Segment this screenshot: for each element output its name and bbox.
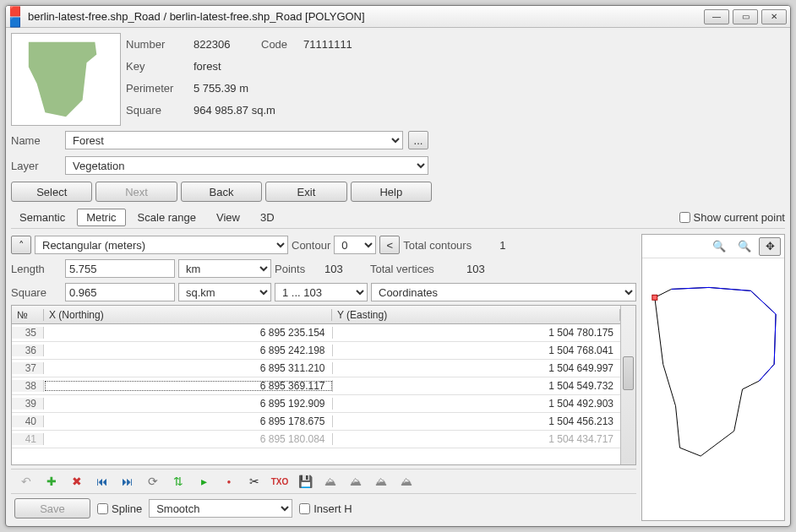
minimize-button[interactable]: — — [704, 9, 729, 24]
col-y[interactable]: Y (Easting) — [332, 309, 620, 321]
cell-x[interactable]: 6 895 180.084 — [44, 433, 333, 445]
table-row[interactable]: 416 895 180.0841 504 434.717 — [12, 431, 620, 448]
table-row[interactable]: 356 895 235.1541 504 780.175 — [12, 324, 620, 342]
cell-x[interactable]: 6 895 178.675 — [44, 415, 333, 427]
cell-y[interactable]: 1 504 768.041 — [333, 345, 621, 356]
cut-icon[interactable]: ✂ — [246, 473, 263, 490]
level2-icon[interactable]: ⛰ — [347, 473, 364, 490]
perimeter-label: Perimeter — [126, 82, 194, 95]
cell-x[interactable]: 6 895 192.909 — [44, 398, 333, 410]
zoom-out-icon[interactable]: 🔍 — [733, 237, 755, 256]
save-icon[interactable]: 💾 — [297, 473, 313, 490]
shape-thumbnail — [11, 33, 121, 126]
col-num[interactable]: № — [12, 309, 44, 321]
contour-select[interactable]: 0 — [334, 236, 376, 254]
undo-icon[interactable]: ↶ — [18, 473, 35, 490]
cell-x[interactable]: 6 895 311.210 — [44, 362, 333, 374]
cell-x[interactable]: 6 895 369.117 — [44, 380, 333, 392]
layer-label: Layer — [11, 160, 60, 172]
perimeter-value: 5 755.39 m — [194, 82, 248, 95]
reload-icon[interactable]: ⟳ — [144, 473, 161, 490]
coordinates-table[interactable]: № X (Northing) Y (Easting) 356 895 235.1… — [12, 306, 620, 464]
table-row[interactable]: 396 895 192.9091 504 492.903 — [12, 395, 620, 413]
tab-metric[interactable]: Metric — [77, 209, 125, 226]
cell-num: 40 — [12, 415, 44, 427]
preview-canvas[interactable] — [642, 258, 784, 520]
name-select[interactable]: Forest — [65, 131, 403, 149]
name-browse-button[interactable]: ... — [408, 131, 428, 149]
contour-label: Contour — [292, 239, 330, 252]
close-button[interactable]: ✕ — [761, 9, 787, 24]
window-title: berlin-latest-free.shp_Road / berlin-lat… — [28, 10, 704, 23]
col-x[interactable]: X (Northing) — [44, 309, 332, 321]
pan-icon[interactable]: ✥ — [759, 237, 781, 256]
length-unit-select[interactable]: km — [178, 259, 271, 278]
first-icon[interactable]: ⏮ — [94, 473, 111, 490]
smooth-select[interactable]: Smootch — [149, 499, 292, 518]
delete-point-icon[interactable]: ✖ — [68, 473, 85, 490]
back-button[interactable]: Back — [181, 182, 262, 202]
add-point-icon[interactable]: ✚ — [43, 473, 60, 490]
help-button[interactable]: Help — [351, 182, 432, 202]
collapse-button[interactable]: ˄ — [11, 236, 31, 254]
exit-button[interactable]: Exit — [265, 182, 346, 202]
cell-y[interactable]: 1 504 492.903 — [333, 398, 621, 410]
table-row[interactable]: 386 895 369.1171 504 549.732 — [12, 377, 620, 395]
table-row[interactable]: 406 895 178.6751 504 456.213 — [12, 413, 620, 431]
cell-y[interactable]: 1 504 549.732 — [333, 380, 621, 392]
level4-icon[interactable]: ⛰ — [398, 473, 415, 490]
square-label: Square — [126, 104, 194, 117]
tab-view[interactable]: View — [208, 209, 248, 225]
cell-x[interactable]: 6 895 235.154 — [44, 327, 333, 339]
square-unit-select[interactable]: sq.km — [178, 283, 271, 301]
length-input[interactable] — [65, 259, 175, 278]
play-icon[interactable]: ▸ — [195, 473, 212, 490]
level3-icon[interactable]: ⛰ — [373, 473, 390, 490]
select-button[interactable]: Select — [11, 182, 92, 202]
table-row[interactable]: 376 895 311.2101 504 649.997 — [12, 360, 620, 377]
tab-scale-range[interactable]: Scale range — [129, 209, 204, 225]
level1-icon[interactable]: ⛰ — [322, 473, 339, 490]
insert-h-check[interactable]: Insert H — [299, 502, 352, 515]
square-input[interactable] — [65, 283, 175, 301]
coordinates-select[interactable]: Coordinates — [371, 283, 636, 301]
cell-y[interactable]: 1 504 456.213 — [333, 415, 621, 427]
code-value: 71111111 — [303, 38, 352, 51]
total-vertices-label: Total vertices — [370, 263, 463, 275]
save-button[interactable]: Save — [14, 498, 90, 518]
cell-y[interactable]: 1 504 780.175 — [333, 327, 621, 339]
app-icon: 🟥🟦 — [9, 10, 23, 24]
record-icon[interactable]: ● — [221, 473, 237, 490]
contour-prev-button[interactable]: < — [379, 236, 400, 254]
cell-num: 39 — [12, 398, 44, 410]
titlebar[interactable]: 🟥🟦 berlin-latest-free.shp_Road / berlin-… — [6, 6, 790, 28]
sync-icon[interactable]: ⇅ — [170, 473, 187, 490]
points-label: Points — [275, 263, 321, 275]
coord-system-select[interactable]: Rectangular (meters) — [35, 236, 288, 254]
next-button[interactable]: Next — [95, 182, 177, 202]
show-current-point-check[interactable]: Show current point — [679, 211, 785, 224]
table-scrollbar[interactable] — [620, 306, 635, 464]
total-contours-value: 1 — [499, 239, 505, 252]
name-label: Name — [11, 134, 60, 147]
tab-semantic[interactable]: Semantic — [11, 209, 74, 225]
table-row[interactable]: 366 895 242.1981 504 768.041 — [12, 342, 620, 360]
spline-check[interactable]: Spline — [97, 502, 142, 515]
tab-3d[interactable]: 3D — [252, 209, 283, 225]
square-metric-label: Square — [11, 286, 62, 299]
svg-marker-0 — [29, 42, 97, 117]
txo-icon[interactable]: TXO — [271, 473, 288, 490]
edit-toolbar: ↶ ✚ ✖ ⏮ ⏭ ⟳ ⇅ ▸ ● ✂ TXO 💾 ⛰ ⛰ ⛰ ⛰ — [11, 469, 636, 494]
cell-x[interactable]: 6 895 242.198 — [44, 345, 333, 356]
maximize-button[interactable]: ▭ — [733, 9, 758, 24]
square-value: 964 985.87 sq.m — [194, 104, 275, 117]
dialog-window: 🟥🟦 berlin-latest-free.shp_Road / berlin-… — [5, 5, 791, 527]
total-vertices-value: 103 — [466, 263, 485, 275]
cell-y[interactable]: 1 504 649.997 — [333, 362, 621, 374]
range-select[interactable]: 1 ... 103 — [275, 283, 368, 301]
last-icon[interactable]: ⏭ — [119, 473, 136, 490]
layer-select[interactable]: Vegetation — [65, 156, 428, 175]
svg-rect-1 — [652, 295, 657, 300]
cell-y[interactable]: 1 504 434.717 — [333, 433, 621, 445]
zoom-in-icon[interactable]: 🔍 — [708, 237, 730, 256]
